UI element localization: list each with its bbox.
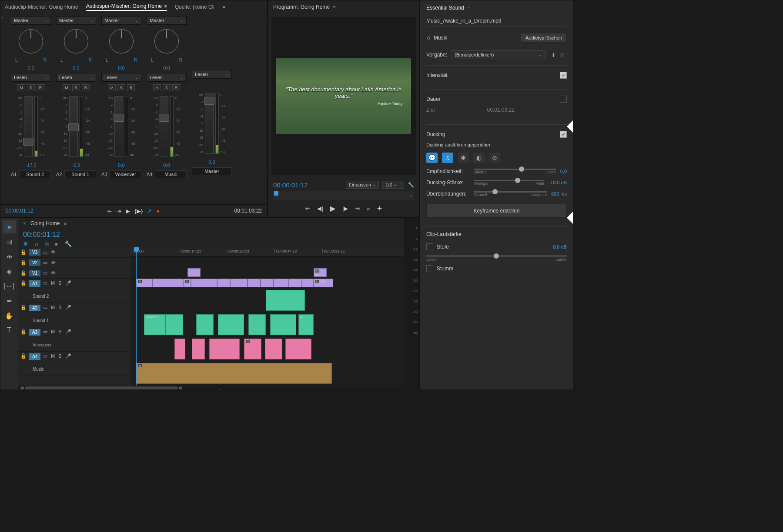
s-button[interactable]: S [163, 84, 171, 91]
zoom-dropdown[interactable]: 1/2⌄ [382, 181, 404, 189]
video-clip[interactable] [187, 268, 201, 277]
video-track-lane[interactable]: fx A00 [131, 267, 404, 278]
voice-icon[interactable]: 🎤 [65, 353, 71, 359]
r-button[interactable]: R [172, 84, 180, 91]
intensity-label[interactable]: Intensität [426, 72, 448, 78]
chevron-right-icon[interactable]: › [1, 15, 3, 20]
add-icon[interactable]: ✚ [377, 205, 382, 212]
pan-knob[interactable] [154, 29, 179, 53]
mute-icon[interactable]: M [51, 280, 55, 286]
tab-audiotrack-mixer[interactable]: Audiospur-Mischer: Going Home≡ [86, 3, 167, 11]
hand-tool-icon[interactable]: ✋ [3, 309, 16, 322]
track-label[interactable]: A3 [29, 329, 40, 336]
r-button[interactable]: R [37, 84, 44, 91]
channel-db[interactable]: -17,3 [25, 163, 36, 168]
timeline-playhead[interactable] [136, 247, 137, 386]
lock-icon[interactable]: 🔓 [20, 270, 27, 276]
play-icon[interactable]: ▶ [330, 204, 335, 213]
music-icon[interactable]: ♫ [442, 153, 453, 163]
audio-track-lane[interactable]: KonstanKo [131, 313, 404, 337]
tab-audioclip-mixer[interactable]: Audioclip-Mischer: Going Home [5, 4, 78, 10]
volume-fader[interactable] [24, 96, 33, 157]
audio-track-header[interactable]: 🔓 A1 ▭MS🎤 Sound 2 [18, 279, 131, 303]
video-clip[interactable] [302, 279, 314, 287]
automation-dropdown[interactable]: Lesen⌄ [56, 73, 96, 82]
toggle-output-icon[interactable]: ▭ [43, 249, 47, 255]
channel-name[interactable]: Music [155, 170, 187, 178]
video-clip[interactable]: fx A00 [314, 279, 333, 287]
video-track-header[interactable]: 🔓 V3 ▭👁 [18, 247, 131, 258]
video-clip[interactable]: fx [136, 279, 153, 287]
audio-track-header[interactable]: 🔓 A4 ▭MS🎤 Music [18, 352, 131, 376]
audio-track-header[interactable]: 🔓 A2 ▭MS🎤 Sound 1 [18, 303, 131, 327]
duration-checkbox[interactable] [560, 96, 567, 103]
mark-out-icon[interactable]: ⇥ [355, 205, 360, 212]
eye-icon[interactable]: 👁 [51, 270, 56, 276]
m-button[interactable]: M [17, 84, 25, 91]
toggle-output-icon[interactable]: ▭ [43, 353, 47, 359]
audio-clip[interactable] [248, 314, 266, 335]
m-button[interactable]: M [153, 84, 161, 91]
track-label[interactable]: V3 [29, 249, 40, 256]
snap-icon[interactable]: ❄ [23, 240, 28, 247]
video-clip[interactable] [289, 279, 302, 287]
audio-clip[interactable] [174, 339, 185, 359]
video-track-lane[interactable] [131, 257, 404, 267]
audio-clip[interactable] [270, 314, 296, 335]
video-track-header[interactable]: 🔓 V2 ▭👁 [18, 258, 131, 268]
trash-icon[interactable]: 🗑 [558, 52, 567, 58]
pan-value[interactable]: 0,0 [118, 65, 124, 70]
automation-dropdown[interactable]: Lesen⌄ [147, 73, 187, 82]
level-value[interactable]: 0,0 dB [553, 244, 567, 249]
tracks-area[interactable]: :00:0000:00:14:2300:00:29:2300:00:44:220… [131, 247, 404, 386]
video-track-header[interactable]: 🔓 V1 ▭👁 [18, 268, 131, 279]
record-icon[interactable]: ● [156, 207, 160, 214]
loop-icon[interactable]: {▶} [134, 208, 143, 214]
generate-keyframes-button[interactable]: Keyframes erstellen [426, 204, 567, 218]
level-checkbox[interactable] [426, 243, 433, 250]
time-ruler[interactable]: :00:0000:00:14:2300:00:29:2300:00:44:220… [131, 247, 404, 257]
solo-icon[interactable]: S [58, 329, 61, 335]
unassigned-icon[interactable]: ⊘ [489, 153, 500, 163]
s-button[interactable]: S [117, 84, 125, 91]
audio-clip[interactable] [265, 339, 282, 359]
lock-icon[interactable]: 🔓 [20, 329, 27, 335]
voice-icon[interactable]: 🎤 [65, 280, 71, 286]
export-icon[interactable]: ↗ [147, 208, 152, 214]
volume-fader[interactable] [69, 96, 78, 157]
close-icon[interactable]: × [23, 220, 26, 226]
sensitivity-value[interactable]: 6,0 [560, 169, 567, 174]
audio-clip[interactable] [285, 339, 311, 359]
mark-in-icon[interactable]: ⇤ [305, 205, 310, 212]
audio-clip[interactable]: fx [136, 363, 332, 384]
video-clip[interactable]: fx A00 [314, 268, 327, 277]
video-clip[interactable] [217, 279, 230, 287]
channel-name[interactable]: Sound 2 [19, 170, 51, 178]
fades-slider[interactable] [474, 191, 547, 193]
solo-icon[interactable]: S [58, 353, 61, 359]
output-dropdown[interactable]: Master⌄ [101, 16, 141, 25]
ambience-icon[interactable]: ◐ [473, 153, 485, 163]
toggle-output-icon[interactable]: ▭ [43, 329, 47, 335]
lock-icon[interactable]: 🔓 [20, 260, 27, 266]
r-button[interactable]: R [127, 84, 135, 91]
channel-db[interactable]: 0,0 [208, 160, 215, 165]
channel-name[interactable]: Master [192, 167, 232, 175]
lock-icon[interactable]: 🔓 [20, 280, 27, 286]
mute-icon[interactable]: M [51, 329, 55, 335]
go-to-in-icon[interactable]: ⇤ [107, 208, 112, 214]
voice-icon[interactable]: 🎤 [65, 329, 71, 335]
overflow-icon[interactable]: » [367, 205, 370, 212]
magnet-icon[interactable]: ∩ [34, 240, 39, 247]
track-label[interactable]: A4 [29, 353, 40, 360]
video-clip[interactable] [274, 279, 289, 287]
playhead-icon[interactable] [274, 191, 278, 196]
mute-icon[interactable]: M [51, 353, 55, 359]
fades-value[interactable]: 800 ms [551, 191, 567, 196]
audio-track-lane[interactable]: fx [131, 337, 404, 361]
lock-icon[interactable]: 🔓 [20, 353, 27, 359]
audio-clip[interactable] [192, 339, 205, 359]
razor-tool-icon[interactable]: ◈ [3, 265, 16, 278]
volume-fader[interactable] [205, 93, 214, 154]
eye-icon[interactable]: 👁 [51, 249, 56, 255]
